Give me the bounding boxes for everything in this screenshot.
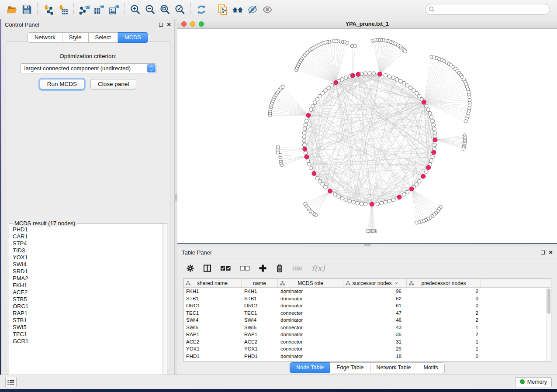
column-header-predecessor_nodes[interactable]: predecessor nodes bbox=[407, 279, 481, 287]
cell-name: RAP1 bbox=[242, 332, 278, 337]
column-header-mcds_role[interactable]: MCDS role bbox=[278, 279, 343, 287]
cell-mcds_role: connector bbox=[278, 346, 343, 351]
hide-selected-button[interactable] bbox=[245, 2, 260, 17]
float-panel-icon[interactable] bbox=[541, 251, 545, 254]
cell-predecessor_nodes: 2 bbox=[407, 317, 481, 323]
create-column-button[interactable] bbox=[259, 264, 267, 272]
export-network-button[interactable] bbox=[77, 2, 92, 17]
cell-name: YOX1 bbox=[242, 346, 278, 351]
search-input[interactable] bbox=[425, 4, 550, 15]
export-image-button[interactable] bbox=[107, 2, 121, 17]
column-header-name[interactable]: name bbox=[242, 279, 278, 287]
selected-criterion: largest connected component (undirected) bbox=[24, 65, 131, 72]
table-tabs: Node Table Edge Table Network Table Moti… bbox=[177, 362, 557, 373]
close-panel-button[interactable]: Close panel bbox=[90, 79, 136, 89]
table-row[interactable]: SWI4SWI4dominator462 bbox=[183, 316, 546, 324]
close-panel-icon[interactable]: × bbox=[167, 22, 171, 27]
save-session-button[interactable] bbox=[19, 2, 34, 17]
node-table: shared namenameMCDS rolesuccessor nodesp… bbox=[183, 279, 551, 361]
control-panel: Control Panel × Network Style Select MCD… bbox=[1, 19, 175, 375]
zoom-out-button[interactable] bbox=[143, 2, 158, 17]
network-graph bbox=[177, 29, 557, 243]
zoom-fit-button[interactable] bbox=[158, 2, 173, 17]
export-table-button[interactable] bbox=[92, 2, 107, 17]
table-scrollbar[interactable] bbox=[546, 288, 551, 361]
cell-successor_nodes: 96 bbox=[343, 289, 407, 294]
delete-column-button[interactable] bbox=[276, 264, 284, 273]
cell-predecessor_nodes: 2 bbox=[407, 310, 481, 316]
table-row[interactable]: YOX1YOX1connector291 bbox=[183, 345, 546, 353]
cell-predecessor_nodes: 2 bbox=[407, 332, 481, 337]
zoom-out-icon bbox=[145, 4, 156, 15]
cell-name: FKH1 bbox=[242, 289, 278, 294]
delete-table-button[interactable] bbox=[292, 265, 303, 272]
network-canvas[interactable] bbox=[177, 29, 557, 243]
table-row[interactable]: STB1STB1dominator620 bbox=[183, 295, 546, 303]
select-all-button[interactable] bbox=[220, 265, 231, 272]
network-document-icon bbox=[217, 4, 228, 15]
tab-edge-table[interactable]: Edge Table bbox=[330, 362, 370, 373]
mcds-result-item: STB1 bbox=[13, 317, 162, 324]
clear-selection-button[interactable] bbox=[240, 265, 250, 272]
column-header-shared_name[interactable]: shared name bbox=[183, 279, 242, 287]
nested-networks-button[interactable] bbox=[230, 2, 245, 17]
status-bar: Memory bbox=[0, 375, 557, 389]
table-row[interactable]: SWI5SWI5connector431 bbox=[183, 324, 546, 331]
memory-button[interactable]: Memory bbox=[515, 377, 552, 387]
attribute-type-icon bbox=[409, 281, 414, 285]
new-network-from-selection-button[interactable] bbox=[215, 2, 230, 17]
zoom-in-button[interactable] bbox=[128, 2, 143, 17]
refresh-button[interactable] bbox=[194, 2, 209, 17]
close-panel-icon[interactable]: × bbox=[549, 250, 553, 254]
houses-icon bbox=[232, 4, 243, 15]
cell-name: ACE2 bbox=[242, 339, 278, 344]
table-row[interactable]: PHD1PHD1dominator180 bbox=[183, 353, 546, 360]
optimization-criterion-select[interactable]: largest connected component (undirected) bbox=[20, 63, 156, 73]
table-row[interactable]: TEC1TEC1connector472 bbox=[183, 309, 546, 317]
import-network-button[interactable] bbox=[41, 2, 55, 17]
zoom-selected-button[interactable] bbox=[173, 2, 187, 17]
show-columns-button[interactable] bbox=[203, 264, 211, 272]
cell-mcds_role: dominator bbox=[278, 289, 343, 294]
scrollbar-thumb[interactable] bbox=[547, 289, 550, 314]
open-file-button[interactable] bbox=[4, 2, 19, 17]
column-header-successor_nodes[interactable]: successor nodes bbox=[343, 279, 407, 287]
tab-node-table[interactable]: Node Table bbox=[290, 362, 330, 373]
cell-predecessor_nodes: 1 bbox=[407, 339, 481, 344]
tab-network[interactable]: Network bbox=[28, 32, 62, 43]
cell-predecessor_nodes: 1 bbox=[407, 346, 481, 351]
cytoscape-window: Control Panel × Network Style Select MCD… bbox=[0, 0, 557, 392]
search-icon bbox=[429, 6, 435, 12]
table-row[interactable]: ACE2ACE2connector311 bbox=[183, 338, 546, 346]
table-settings-button[interactable] bbox=[186, 264, 194, 272]
table-panel: Table Panel × f(x) shared namenameMCDS r… bbox=[177, 247, 557, 375]
table-row[interactable]: ORC1ORC1dominator610 bbox=[183, 302, 546, 309]
mcds-result-scrollbar[interactable] bbox=[162, 224, 166, 382]
mcds-result-item: SWI5 bbox=[13, 324, 162, 331]
mcds-result-item: STB5 bbox=[13, 296, 162, 303]
splitter-grip[interactable] bbox=[364, 244, 371, 246]
mcds-result-list[interactable]: PHD1CAR1STP4TID3YOX1SWI4SRD1PMA2FKH1ACE2… bbox=[13, 226, 162, 382]
tab-mcds[interactable]: MCDS bbox=[118, 32, 148, 43]
import-table-button[interactable] bbox=[55, 2, 70, 17]
refresh-icon bbox=[196, 4, 207, 15]
cell-successor_nodes: 35 bbox=[343, 332, 407, 337]
table-row[interactable]: RAP1RAP1dominator352 bbox=[183, 331, 546, 338]
show-hidden-button[interactable] bbox=[260, 2, 275, 17]
cell-name: PHD1 bbox=[242, 354, 278, 359]
run-mcds-button[interactable]: Run MCDS bbox=[40, 79, 84, 89]
tab-select[interactable]: Select bbox=[89, 32, 118, 43]
eye-slash-icon bbox=[247, 4, 258, 15]
table-row[interactable]: FKH1FKH1dominator962 bbox=[183, 288, 546, 295]
tab-style[interactable]: Style bbox=[62, 32, 89, 43]
table-toolbar: f(x) bbox=[177, 258, 557, 278]
horizontal-splitter[interactable] bbox=[177, 244, 557, 247]
export-image-icon bbox=[108, 4, 120, 15]
mcds-result-item: ORC1 bbox=[13, 303, 162, 310]
tab-motifs[interactable]: Motifs bbox=[417, 362, 444, 373]
cell-shared_name: FKH1 bbox=[183, 289, 242, 294]
task-history-button[interactable] bbox=[5, 377, 17, 387]
float-panel-icon[interactable] bbox=[159, 23, 163, 27]
function-builder-button[interactable]: f(x) bbox=[311, 264, 325, 273]
tab-network-table[interactable]: Network Table bbox=[370, 362, 418, 373]
